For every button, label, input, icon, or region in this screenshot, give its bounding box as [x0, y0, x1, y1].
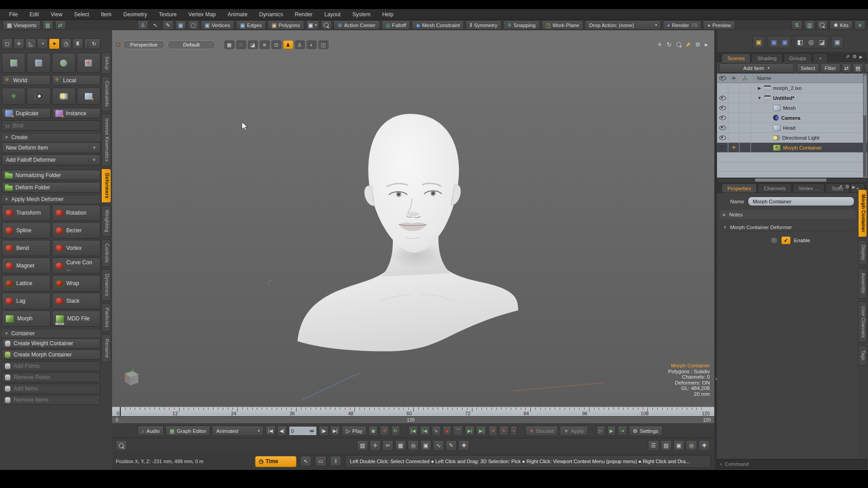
snapping-button[interactable]: ✛Snapping [503, 20, 540, 30]
viewport-toggle-button[interactable]: ◐ [307, 40, 317, 49]
deformer-button[interactable]: Slack [52, 293, 101, 309]
add-item-dropdown[interactable]: Add Item▾ [719, 63, 794, 73]
move-cube-button[interactable]: ✛ [77, 53, 100, 73]
key-rotate-button[interactable]: ↻ [499, 426, 508, 436]
view-icon-button[interactable]: ☰ [648, 440, 659, 451]
container-item-button[interactable]: Create Weight Container [2, 338, 100, 348]
scroll-thumb[interactable] [863, 75, 866, 116]
deformer-button[interactable]: Spline [2, 222, 51, 239]
preview-button[interactable]: ●Preview [703, 20, 735, 30]
deformer-section-header[interactable]: ▼Morph Container Deformer [720, 223, 855, 232]
gray-cubes-icon[interactable]: ◪ [817, 37, 827, 47]
rotate-ball-button[interactable]: ◯ [52, 53, 75, 73]
view-icon-button[interactable]: ✚ [698, 440, 710, 451]
left-vertical-tab[interactable]: Setup [101, 52, 111, 74]
right-vertical-tab[interactable]: Assembly [858, 268, 867, 299]
visibility-eye-icon[interactable] [719, 116, 726, 120]
left-vertical-tab[interactable]: Inverse Kinematics [101, 114, 111, 166]
render-button[interactable]: ●RenderF9 [663, 20, 701, 30]
menu-item[interactable]: File [4, 10, 23, 19]
container-item-button[interactable]: Remove Points [2, 372, 100, 382]
viewport-toggle-button[interactable]: ∷ [236, 40, 246, 49]
action-icon-button[interactable]: ✂ [382, 440, 394, 451]
anim-mode-dropdown[interactable]: Animated▾ [212, 426, 264, 436]
right-vertical-tab[interactable]: Tags [858, 345, 867, 365]
view-icon-button[interactable]: ▤ [660, 440, 672, 451]
frame-nav-button[interactable]: ▶| [330, 426, 340, 436]
deformer-button[interactable]: Bezier [52, 222, 101, 239]
apply-mesh-deformer-header[interactable]: ▼Apply Mesh Deformer [2, 196, 100, 203]
wave-button[interactable]: ∿ [432, 426, 441, 436]
deformer-button[interactable]: Rotation [52, 205, 101, 221]
move-gizmo-button[interactable]: ✛ [27, 53, 50, 73]
properties-tab[interactable]: Properties [722, 183, 757, 192]
camera-button[interactable] [27, 88, 50, 105]
action-icon-button[interactable]: ∿ [433, 440, 444, 451]
viewport-dot-icon[interactable] [116, 42, 120, 47]
visibility-eye-icon[interactable] [719, 126, 726, 130]
ring-cubes-icon[interactable]: ◎ [806, 37, 816, 47]
monitor-button[interactable]: ▭ [315, 456, 326, 467]
action-icon-button[interactable]: ▣ [420, 440, 432, 451]
action-icon-button[interactable]: ✚ [458, 440, 470, 451]
tool-mode-button[interactable]: ♜ [72, 38, 83, 49]
container-item-button[interactable]: Create Morph Container [2, 350, 100, 360]
split-view-button[interactable]: ⇅ [792, 20, 802, 30]
container-item-button[interactable]: Add Points [2, 361, 100, 371]
menu-item[interactable]: Render [289, 10, 318, 19]
tree-row[interactable]: ✛ Morph Container [717, 143, 867, 153]
menu-item[interactable]: Texture [153, 10, 182, 19]
falloff-button[interactable]: ◎Falloff [382, 20, 410, 30]
zoom-cube-icon[interactable]: ▣ [754, 37, 764, 47]
deformer-button[interactable]: Vortex [52, 240, 101, 256]
frame-nav-button[interactable]: |◀ [265, 426, 275, 436]
menu-item[interactable]: View [45, 10, 68, 19]
play-solid-button[interactable]: ▶ [607, 426, 616, 436]
left-vertical-tab[interactable]: Weighting [101, 205, 111, 237]
left-vertical-tab[interactable]: Constraints [101, 76, 111, 112]
more-icon[interactable]: ▶ [705, 42, 708, 47]
bind-button[interactable]: ⚏Bind [2, 120, 100, 131]
blue-cubes-icon[interactable]: ▣ [769, 37, 779, 47]
scenes-tab[interactable]: Groups [783, 53, 812, 62]
key-move-button[interactable]: ↺ [488, 426, 497, 436]
properties-tab[interactable]: Channels [758, 183, 792, 192]
menu-item[interactable]: Edit [24, 10, 44, 19]
properties-tab[interactable]: Vertex ... [793, 183, 825, 192]
key-scale-button[interactable]: ▪ [510, 426, 518, 436]
scroll-thumb[interactable] [755, 178, 826, 182]
menu-item[interactable]: System [347, 10, 376, 19]
item-name-field[interactable]: Morph Container [748, 197, 854, 206]
current-frame-field[interactable]: 0◀▶ [289, 426, 317, 436]
3d-viewport[interactable]: Perspective Default ▦∷◪≋⊡♟♙◐◫ ✛ ↻ ⇗ ⚙ ▶ … [112, 30, 714, 407]
symmetry-button[interactable]: ‖Symmetry [466, 20, 501, 30]
pin-icon[interactable]: ✛ [731, 145, 736, 150]
orbit-icon[interactable]: ↻ [667, 41, 672, 48]
prev-keyframe-button[interactable]: |◀ [420, 426, 429, 436]
scenes-tab[interactable]: Shading [751, 53, 782, 62]
magnifier-icon[interactable] [676, 42, 681, 47]
visibility-eye-icon[interactable] [719, 96, 726, 100]
menu-item[interactable]: Item [95, 10, 117, 19]
view-icon-button[interactable]: ▣ [673, 440, 684, 451]
zoom-select-button[interactable] [321, 20, 332, 30]
deformer-button[interactable]: Wrap [52, 275, 101, 291]
container-item-button[interactable]: Add Items [2, 384, 100, 394]
deformer-button[interactable]: Transform [2, 205, 51, 221]
visibility-eye-icon[interactable] [719, 106, 726, 110]
export-cube-icon[interactable]: ▣ [832, 37, 842, 47]
deformer-button[interactable]: Lattice [2, 275, 51, 291]
frame-nav-button[interactable]: ◀| [277, 426, 287, 436]
enable-checkbox[interactable]: ✓ [781, 236, 791, 244]
collapse-all-button[interactable]: ⇄ [842, 63, 852, 73]
apply-button[interactable]: ▼Apply [560, 426, 588, 436]
deformer-button[interactable]: Curve Con ... [52, 258, 101, 274]
menu-item[interactable]: Vertex Map [183, 10, 222, 19]
tool-mode-button[interactable]: ◔ [37, 38, 48, 49]
expand-icon[interactable]: ⇗ [845, 54, 849, 60]
record-button[interactable]: ● [443, 426, 451, 436]
pan-icon[interactable]: ✛ [657, 41, 662, 48]
graph-editor-button[interactable]: ▦Graph Editor [165, 426, 210, 436]
menu-item[interactable]: Select [69, 10, 94, 19]
tool-mode-button[interactable]: ✛ [14, 38, 24, 49]
